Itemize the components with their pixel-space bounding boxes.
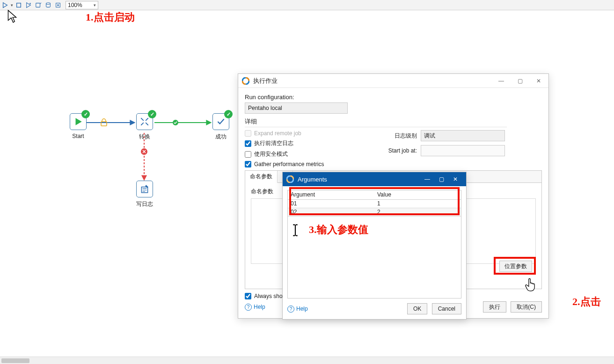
log-level-value: 调试 bbox=[424, 132, 435, 140]
node-start-label: Start bbox=[72, 133, 84, 139]
opt-clear-log-label: 执行前清空日志 bbox=[254, 139, 293, 147]
node-start[interactable]: Start bbox=[66, 113, 90, 139]
minimize-icon[interactable]: — bbox=[495, 78, 507, 84]
opt-expand-remote-label: Expand remote job bbox=[254, 130, 301, 137]
text-cursor-icon bbox=[292, 224, 299, 237]
args-maximize-icon[interactable]: ▢ bbox=[434, 176, 448, 182]
args-row[interactable]: 02 2 bbox=[288, 208, 461, 217]
svg-marker-0 bbox=[3, 2, 7, 7]
stop-icon[interactable] bbox=[15, 1, 23, 9]
run-config-select[interactable]: Pentaho local bbox=[245, 102, 348, 114]
node-success-icon bbox=[212, 113, 229, 130]
run-dialog-title: 执行作业 bbox=[253, 77, 491, 85]
args-table-header: Argument Value bbox=[288, 190, 461, 200]
run-config-value: Pentaho local bbox=[248, 105, 282, 111]
args-cell-val: 1 bbox=[374, 200, 461, 208]
status-check-icon bbox=[148, 110, 156, 118]
args-col-argument: Argument bbox=[288, 190, 374, 199]
opt-gather-metrics[interactable]: Gather performance metrics bbox=[245, 161, 376, 167]
always-show-label: Always sho bbox=[254, 293, 283, 299]
pentaho-icon bbox=[286, 175, 294, 183]
maximize-icon[interactable]: ▢ bbox=[514, 78, 526, 84]
log-level-label: 日志级别 bbox=[380, 132, 417, 140]
annotation-2: 2.点击 bbox=[572, 295, 601, 309]
run-dialog-titlebar[interactable]: 执行作业 — ▢ ✕ bbox=[238, 74, 548, 88]
run-dialog-help[interactable]: ?Help bbox=[245, 304, 265, 311]
scrollbar-thumb[interactable] bbox=[1, 358, 29, 363]
analyze-icon[interactable] bbox=[54, 1, 62, 9]
preview-icon[interactable] bbox=[24, 1, 33, 9]
svg-marker-16 bbox=[76, 118, 82, 125]
annotation-3: 3.输入参数值 bbox=[309, 223, 368, 237]
args-cell-arg: 02 bbox=[288, 208, 374, 216]
cancel-button[interactable]: 取消(C) bbox=[511, 301, 542, 313]
annotation-1: 1.点击启动 bbox=[86, 10, 135, 24]
args-dialog-titlebar[interactable]: Arguments — ▢ ✕ bbox=[283, 172, 466, 186]
args-cell-arg: 01 bbox=[288, 200, 374, 208]
cursor-arrow-icon bbox=[7, 9, 17, 23]
args-minimize-icon[interactable]: — bbox=[420, 176, 434, 182]
run-icon[interactable] bbox=[1, 1, 9, 9]
args-row[interactable]: 01 1 bbox=[288, 200, 461, 208]
opt-safe-mode[interactable]: 使用安全模式 bbox=[245, 150, 376, 158]
debug-icon[interactable] bbox=[34, 1, 43, 9]
zoom-value: 100% bbox=[68, 2, 82, 8]
opt-safe-mode-label: 使用安全模式 bbox=[254, 150, 288, 158]
svg-point-3 bbox=[29, 3, 31, 4]
log-level-select[interactable]: 调试 bbox=[421, 130, 505, 141]
args-cancel-button[interactable]: Cancel bbox=[432, 303, 461, 314]
details-label: 详细 bbox=[245, 117, 507, 127]
highlight-box-position bbox=[494, 257, 536, 275]
svg-point-7 bbox=[57, 4, 59, 6]
run-dropdown-icon[interactable]: ▾ bbox=[11, 3, 13, 7]
args-dialog-help[interactable]: ?Help bbox=[287, 306, 308, 313]
node-transform-label: 转换 bbox=[139, 133, 150, 141]
args-table[interactable]: Argument Value 01 1 02 2 bbox=[287, 190, 461, 298]
node-writelog[interactable]: 写日志 bbox=[133, 181, 156, 208]
status-check-icon bbox=[224, 110, 233, 118]
node-success-label: 成功 bbox=[215, 133, 227, 141]
args-dialog-title: Arguments bbox=[298, 176, 417, 183]
run-config-label: Run configuration: bbox=[245, 94, 542, 101]
node-start-icon bbox=[70, 113, 87, 130]
horizontal-scrollbar[interactable] bbox=[0, 357, 614, 364]
args-col-value: Value bbox=[374, 190, 461, 199]
ok-button[interactable]: OK bbox=[407, 303, 427, 314]
status-check-icon bbox=[81, 110, 90, 118]
start-job-at-input[interactable] bbox=[421, 145, 505, 156]
node-writelog-label: 写日志 bbox=[136, 200, 153, 208]
opt-expand-remote[interactable]: Expand remote job bbox=[245, 130, 376, 137]
node-transform-icon bbox=[136, 113, 153, 130]
close-icon[interactable]: ✕ bbox=[533, 78, 545, 84]
pentaho-icon bbox=[242, 77, 249, 85]
sql-icon[interactable] bbox=[44, 1, 52, 9]
zoom-select[interactable]: 100% bbox=[66, 1, 98, 9]
execute-button[interactable]: 执行 bbox=[483, 301, 506, 313]
svg-rect-1 bbox=[17, 3, 21, 7]
pointer-hand-icon bbox=[524, 278, 536, 292]
opt-gather-metrics-label: Gather performance metrics bbox=[254, 161, 324, 167]
args-dialog: Arguments — ▢ ✕ Argument Value 01 1 02 2 bbox=[282, 172, 467, 320]
start-job-at-label: Start job at: bbox=[380, 147, 417, 154]
svg-rect-4 bbox=[36, 3, 40, 7]
node-writelog-icon bbox=[136, 181, 153, 197]
always-show-checkbox[interactable]: Always sho bbox=[245, 293, 283, 299]
svg-point-5 bbox=[46, 2, 51, 4]
args-cell-val: 2 bbox=[374, 208, 461, 216]
opt-clear-log[interactable]: 执行前清空日志 bbox=[245, 139, 376, 147]
node-success[interactable]: 成功 bbox=[209, 113, 233, 141]
args-close-icon[interactable]: ✕ bbox=[448, 176, 462, 182]
tab-named-params[interactable]: 命名参数 bbox=[245, 171, 278, 183]
node-transform[interactable]: 转换 bbox=[133, 113, 156, 141]
toolbar: ▾ 100% bbox=[0, 0, 614, 10]
